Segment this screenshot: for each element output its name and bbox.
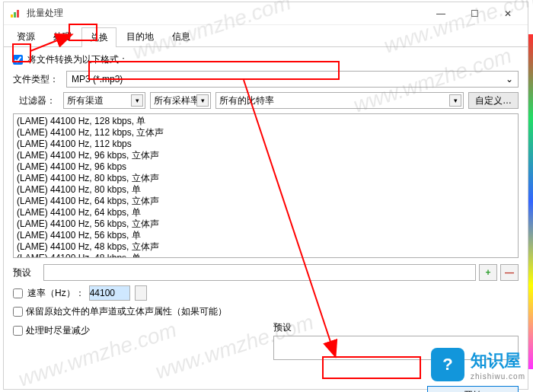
svg-rect-2 [17,10,19,18]
svg-rect-0 [11,14,13,18]
window-title: 批量处理 [27,7,424,20]
bottom-preset-label: 预设 [273,321,519,334]
list-item[interactable]: (LAME) 44100 Hz, 112 kbps, 立体声 [17,127,515,139]
bottom-left: 处理时尽量减少 [13,321,258,392]
preset-label: 预设 [13,266,40,279]
rate-label: 速率（Hz）： [27,287,85,300]
tab-bar: 资源 处理 兑换 目的地 信息 [4,25,528,47]
preset-add-button[interactable]: + [479,264,497,281]
brand-icon: ? [431,348,464,381]
list-item[interactable]: (LAME) 44100 Hz, 64 kbps, 单 [17,207,515,218]
start-button[interactable]: 开始 [427,386,519,392]
brand-sub: zhishiwu.com [471,372,525,381]
reduce-row: 处理时尽量减少 [13,324,258,337]
svg-rect-1 [14,12,16,18]
minimize-button[interactable]: — [424,2,458,25]
preset-row: 预设 + — [13,264,519,281]
convert-checkbox[interactable] [13,55,23,65]
custom-button[interactable]: 自定义… [468,92,519,109]
tab-info[interactable]: 信息 [164,27,199,46]
list-item[interactable]: (LAME) 44100 Hz, 96 kbps, 立体声 [17,150,515,161]
window-controls: — ☐ ✕ [424,2,525,25]
filter-channel-value: 所有渠道 [67,94,104,107]
decorative-strip [528,34,533,369]
filter-bitrate-select[interactable]: 所有的比特率 ▾ [215,92,464,109]
filetype-row: 文件类型： MP3 (*.mp3) ⌄ [13,71,519,88]
tab-content: 将文件转换为以下格式： 文件类型： MP3 (*.mp3) ⌄ 过滤器： 所有渠… [4,47,528,392]
list-item[interactable]: (LAME) 44100 Hz, 48 kbps, 单 [17,253,515,258]
filter-bitrate-value: 所有的比特率 [219,94,274,107]
filter-channel-select[interactable]: 所有渠道 ▾ [63,92,145,109]
list-item[interactable]: (LAME) 44100 Hz, 80 kbps, 立体声 [17,173,515,184]
rate-row: 速率（Hz）： [13,285,519,301]
maximize-button[interactable]: ☐ [458,2,491,25]
window-frame: 批量处理 — ☐ ✕ 资源 处理 兑换 目的地 信息 将文件转换为以下格式： 文… [3,2,528,390]
preset-remove-button[interactable]: — [500,264,519,281]
list-item[interactable]: (LAME) 44100 Hz, 112 kbps [17,139,515,150]
list-item[interactable]: (LAME) 44100 Hz, 64 kbps, 立体声 [17,196,515,207]
tab-process[interactable]: 处理 [45,27,80,46]
convert-checkbox-row: 将文件转换为以下格式： [13,53,519,66]
filter-row: 过滤器： 所有渠道 ▾ 所有采样率 ▾ 所有的比特率 ▾ 自定义… [13,92,519,109]
rate-checkbox[interactable] [13,288,23,298]
list-item[interactable]: (LAME) 44100 Hz, 56 kbps, 单 [17,230,515,241]
list-item[interactable]: (LAME) 44100 Hz, 96 kbps [17,161,515,173]
chevron-down-icon: ▾ [196,94,209,107]
preset-select[interactable] [43,264,476,281]
chevron-down-icon: ⌄ [506,74,513,84]
tab-convert[interactable]: 兑换 [81,27,116,47]
filter-samplerate-value: 所有采样率 [154,94,199,107]
brand-name: 知识屋 [471,349,525,372]
tab-resource[interactable]: 资源 [8,27,43,46]
reduce-label: 处理时尽量减少 [26,324,90,337]
brand-logo: ? 知识屋 zhishiwu.com [431,348,525,381]
app-icon [10,8,22,20]
filter-samplerate-select[interactable]: 所有采样率 ▾ [150,92,211,109]
keep-original-label: 保留原始文件的单声道或立体声属性（如果可能） [26,305,227,318]
rate-spinner[interactable] [135,285,147,301]
list-item[interactable]: (LAME) 44100 Hz, 128 kbps, 单 [17,116,515,127]
filetype-value: MP3 (*.mp3) [72,74,123,84]
list-item[interactable]: (LAME) 44100 Hz, 80 kbps, 单 [17,184,515,196]
list-item[interactable]: (LAME) 44100 Hz, 56 kbps, 立体声 [17,218,515,230]
filetype-select[interactable]: MP3 (*.mp3) ⌄ [66,71,519,88]
convert-checkbox-label: 将文件转换为以下格式： [27,53,128,66]
tab-destination[interactable]: 目的地 [118,27,162,46]
format-listbox[interactable]: (LAME) 44100 Hz, 128 kbps, 单(LAME) 44100… [13,113,519,258]
keep-original-row: 保留原始文件的单声道或立体声属性（如果可能） [13,305,519,318]
filetype-label: 文件类型： [13,73,62,86]
keep-original-checkbox[interactable] [13,307,23,317]
filter-label: 过滤器： [13,94,59,107]
chevron-down-icon: ▾ [449,94,461,107]
chevron-down-icon: ▾ [131,94,143,107]
rate-input[interactable] [89,285,130,301]
list-item[interactable]: (LAME) 44100 Hz, 48 kbps, 立体声 [17,241,515,253]
reduce-checkbox[interactable] [13,326,23,336]
titlebar: 批量处理 — ☐ ✕ [4,2,528,25]
close-button[interactable]: ✕ [491,2,525,25]
